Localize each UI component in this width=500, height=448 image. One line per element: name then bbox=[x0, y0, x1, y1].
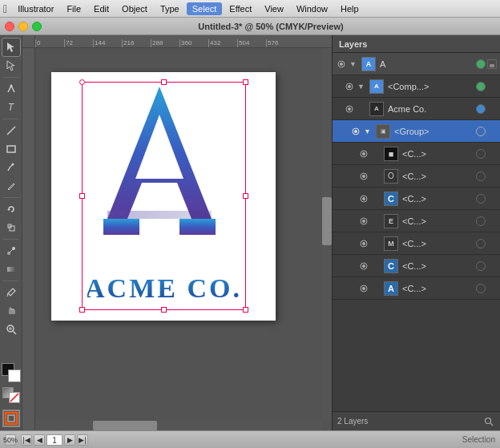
first-page-button[interactable]: |◀ bbox=[21, 434, 32, 446]
current-page[interactable]: 1 bbox=[46, 434, 62, 446]
brush-tool[interactable] bbox=[2, 159, 20, 176]
menu-illustrator[interactable]: Illustrator bbox=[12, 2, 59, 15]
layer-visibility-toggle[interactable] bbox=[344, 81, 355, 92]
menu-effect[interactable]: Effect bbox=[224, 2, 257, 15]
scale-tool[interactable] bbox=[2, 219, 20, 236]
layer-expand: ▼ bbox=[372, 262, 380, 270]
layer-color-dot bbox=[476, 82, 486, 91]
layer-lock-icon[interactable] bbox=[487, 59, 497, 69]
pencil-tool[interactable] bbox=[2, 177, 20, 195]
tool-separator-5 bbox=[3, 281, 19, 281]
last-page-button[interactable]: ▶| bbox=[77, 434, 88, 446]
handle-bottom-left[interactable] bbox=[79, 307, 85, 313]
layer-item[interactable]: ▼ M <C...> bbox=[333, 232, 500, 255]
artboard: ACME CO. bbox=[51, 72, 276, 321]
svg-line-19 bbox=[10, 394, 18, 402]
svg-point-24 bbox=[340, 63, 343, 66]
ruler-tick: 504 bbox=[237, 39, 266, 47]
scrollbar-horizontal-thumb[interactable] bbox=[93, 421, 157, 430]
background-color[interactable] bbox=[8, 369, 21, 382]
blend-tool[interactable] bbox=[2, 242, 20, 260]
gradient-tool[interactable] bbox=[2, 260, 20, 278]
tool-separator-4 bbox=[3, 239, 19, 240]
layers-search-icon[interactable] bbox=[482, 415, 495, 428]
layer-visibility-toggle[interactable] bbox=[344, 103, 355, 115]
pen-tool[interactable] bbox=[2, 80, 20, 98]
layer-expand-toggle[interactable]: ▼ bbox=[357, 105, 365, 113]
layer-visibility-toggle[interactable] bbox=[358, 193, 369, 204]
swap-icon[interactable] bbox=[2, 410, 20, 427]
menu-view[interactable]: View bbox=[259, 2, 289, 15]
maximize-button[interactable] bbox=[32, 22, 42, 31]
layer-visibility-toggle[interactable] bbox=[358, 238, 369, 249]
text-tool[interactable]: T bbox=[2, 99, 20, 116]
arrow-tool[interactable] bbox=[2, 38, 20, 56]
svg-point-31 bbox=[354, 130, 357, 133]
layer-expand-toggle[interactable]: ▼ bbox=[349, 60, 357, 68]
none-icon[interactable] bbox=[9, 392, 20, 403]
minimize-button[interactable] bbox=[18, 22, 28, 31]
menu-file[interactable]: File bbox=[61, 2, 87, 15]
layer-visibility-toggle[interactable] bbox=[336, 59, 347, 70]
handle-top-right[interactable] bbox=[243, 79, 248, 85]
menu-help[interactable]: Help bbox=[335, 2, 365, 15]
layer-item[interactable]: ▼ ■ <C...> bbox=[333, 143, 500, 165]
layer-thumbnail: E bbox=[384, 214, 398, 228]
apple-menu[interactable]:  bbox=[3, 2, 7, 15]
handle-bottom-right[interactable] bbox=[243, 307, 248, 313]
scrollbar-vertical[interactable] bbox=[322, 48, 332, 421]
layer-item[interactable]: ▼ E <C...> bbox=[333, 210, 500, 232]
layer-item[interactable]: ▼ A <C...> bbox=[333, 277, 500, 300]
menu-select[interactable]: Select bbox=[187, 2, 223, 15]
eyedropper-tool[interactable] bbox=[2, 284, 20, 301]
layer-color-dot bbox=[476, 261, 486, 271]
layer-visibility-toggle[interactable] bbox=[358, 216, 369, 227]
svg-point-29 bbox=[348, 107, 351, 111]
layer-visibility-toggle[interactable] bbox=[358, 148, 369, 159]
menu-window[interactable]: Window bbox=[291, 2, 333, 15]
menu-object[interactable]: Object bbox=[116, 2, 153, 15]
layer-item[interactable]: ▼ C <C...> bbox=[333, 188, 500, 210]
scrollbar-horizontal[interactable] bbox=[35, 421, 322, 430]
layer-color-dot bbox=[476, 194, 486, 204]
layer-visibility-toggle[interactable] bbox=[350, 126, 361, 137]
layers-list[interactable]: ▼ A A ▼ A <Comp...> bbox=[333, 53, 500, 411]
layer-item[interactable]: ▼ A A bbox=[333, 53, 500, 75]
direct-select-tool[interactable] bbox=[2, 57, 20, 75]
rotate-tool[interactable] bbox=[2, 200, 20, 218]
layer-item[interactable]: ▼ C <C...> bbox=[333, 255, 500, 277]
svg-marker-1 bbox=[7, 61, 14, 71]
layer-item[interactable]: ▼ ▣ <Group> bbox=[333, 120, 500, 143]
layer-visibility-toggle[interactable] bbox=[358, 260, 369, 272]
close-button[interactable] bbox=[5, 22, 14, 31]
menu-edit[interactable]: Edit bbox=[88, 2, 115, 15]
prev-page-button[interactable]: ◀ bbox=[34, 434, 45, 446]
layer-name: <C...> bbox=[402, 261, 474, 271]
menu-type[interactable]: Type bbox=[155, 2, 185, 15]
tool-separator-3 bbox=[3, 197, 19, 198]
layer-expand-toggle[interactable]: ▼ bbox=[364, 127, 372, 135]
layer-item[interactable]: ▼ A Acme Co. bbox=[333, 98, 500, 120]
svg-point-46 bbox=[486, 418, 491, 423]
layer-visibility-toggle[interactable] bbox=[358, 283, 369, 294]
hand-tool[interactable] bbox=[2, 302, 20, 320]
line-tool[interactable] bbox=[2, 122, 20, 139]
next-page-button[interactable]: ▶ bbox=[64, 434, 75, 446]
layer-name: <C...> bbox=[402, 284, 474, 293]
handle-bottom-center[interactable] bbox=[161, 307, 167, 313]
tool-separator-2 bbox=[3, 119, 19, 119]
zoom-dropdown[interactable]: 50% bbox=[5, 434, 16, 446]
scrollbar-vertical-thumb[interactable] bbox=[322, 197, 332, 245]
svg-point-33 bbox=[362, 152, 365, 155]
ruler-tick: 576 bbox=[266, 39, 295, 47]
svg-rect-25 bbox=[490, 64, 494, 67]
layer-item[interactable]: ▼ O <C...> bbox=[333, 165, 500, 188]
layer-icons bbox=[476, 104, 497, 114]
layer-item[interactable]: ▼ A <Comp...> bbox=[333, 75, 500, 98]
handle-middle-right[interactable] bbox=[243, 193, 248, 199]
shape-tool[interactable] bbox=[2, 140, 20, 158]
layer-expand-toggle[interactable]: ▼ bbox=[357, 83, 365, 91]
canvas-scroll-area[interactable]: ACME CO. bbox=[35, 48, 322, 421]
zoom-tool[interactable] bbox=[2, 321, 20, 338]
layer-visibility-toggle[interactable] bbox=[358, 171, 369, 182]
